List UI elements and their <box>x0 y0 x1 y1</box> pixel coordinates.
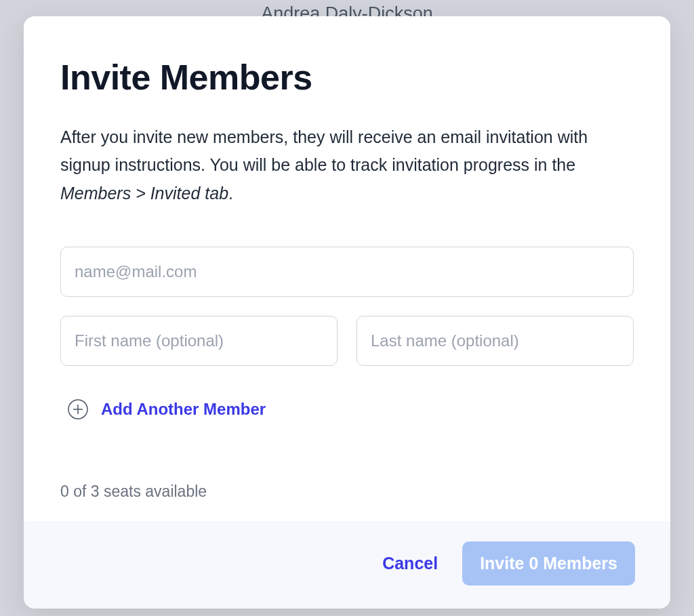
invite-members-button[interactable]: Invite 0 Members <box>462 541 635 586</box>
add-another-member-label: Add Another Member <box>101 400 266 419</box>
first-name-field[interactable] <box>60 316 338 366</box>
description-text-after: . <box>228 184 233 203</box>
description-text-before: After you invite new members, they will … <box>60 127 588 174</box>
last-name-field[interactable] <box>356 316 634 366</box>
seats-available-text: 0 of 3 seats available <box>60 482 634 501</box>
name-row <box>60 316 634 366</box>
cancel-button[interactable]: Cancel <box>382 554 438 573</box>
modal-title: Invite Members <box>60 57 634 98</box>
description-text-italic: Members > Invited tab <box>60 184 228 203</box>
plus-circle-icon <box>67 398 89 420</box>
modal-body: Invite Members After you invite new memb… <box>24 16 670 521</box>
email-field[interactable] <box>60 247 634 297</box>
modal-footer: Cancel Invite 0 Members <box>24 521 670 609</box>
invite-members-modal: Invite Members After you invite new memb… <box>24 16 670 609</box>
add-another-member-button[interactable]: Add Another Member <box>67 398 634 420</box>
modal-description: After you invite new members, they will … <box>60 123 634 207</box>
